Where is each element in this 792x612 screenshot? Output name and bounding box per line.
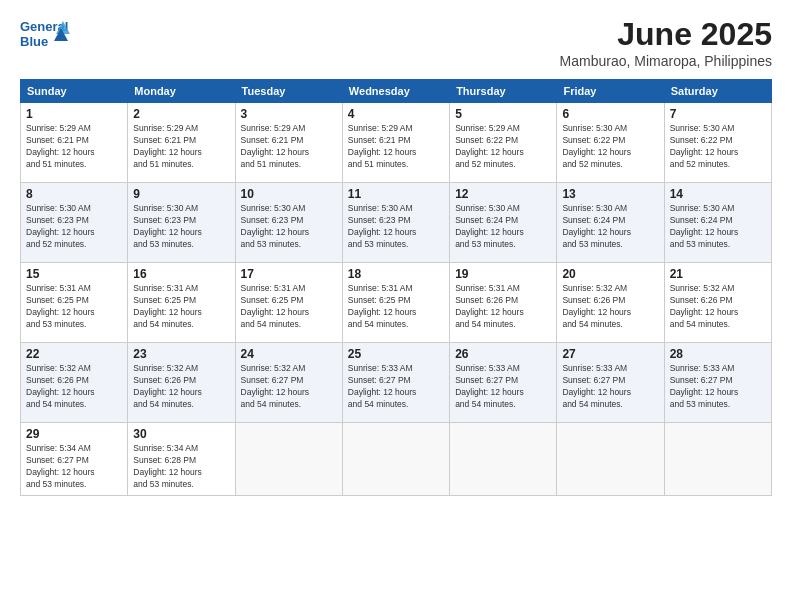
calendar-table: Sunday Monday Tuesday Wednesday Thursday…: [20, 79, 772, 496]
day-info: Sunrise: 5:30 AM Sunset: 6:23 PM Dayligh…: [348, 203, 444, 251]
title-block: June 2025 Mamburao, Mimaropa, Philippine…: [560, 16, 772, 69]
week-row-4: 22Sunrise: 5:32 AM Sunset: 6:26 PM Dayli…: [21, 343, 772, 423]
day-info: Sunrise: 5:31 AM Sunset: 6:25 PM Dayligh…: [26, 283, 122, 331]
day-number: 18: [348, 267, 444, 281]
table-cell: 23Sunrise: 5:32 AM Sunset: 6:26 PM Dayli…: [128, 343, 235, 423]
day-info: Sunrise: 5:30 AM Sunset: 6:22 PM Dayligh…: [562, 123, 658, 171]
page: General Blue June 2025 Mamburao, Mimarop…: [0, 0, 792, 612]
table-cell: 19Sunrise: 5:31 AM Sunset: 6:26 PM Dayli…: [450, 263, 557, 343]
day-number: 19: [455, 267, 551, 281]
table-cell: [450, 423, 557, 496]
table-cell: 2Sunrise: 5:29 AM Sunset: 6:21 PM Daylig…: [128, 103, 235, 183]
table-cell: 25Sunrise: 5:33 AM Sunset: 6:27 PM Dayli…: [342, 343, 449, 423]
table-cell: 7Sunrise: 5:30 AM Sunset: 6:22 PM Daylig…: [664, 103, 771, 183]
day-number: 23: [133, 347, 229, 361]
col-thursday: Thursday: [450, 80, 557, 103]
day-number: 20: [562, 267, 658, 281]
day-number: 30: [133, 427, 229, 441]
header: General Blue June 2025 Mamburao, Mimarop…: [20, 16, 772, 69]
table-cell: 18Sunrise: 5:31 AM Sunset: 6:25 PM Dayli…: [342, 263, 449, 343]
table-cell: 8Sunrise: 5:30 AM Sunset: 6:23 PM Daylig…: [21, 183, 128, 263]
table-cell: 16Sunrise: 5:31 AM Sunset: 6:25 PM Dayli…: [128, 263, 235, 343]
day-info: Sunrise: 5:34 AM Sunset: 6:28 PM Dayligh…: [133, 443, 229, 491]
day-number: 21: [670, 267, 766, 281]
day-number: 26: [455, 347, 551, 361]
week-row-5: 29Sunrise: 5:34 AM Sunset: 6:27 PM Dayli…: [21, 423, 772, 496]
week-row-2: 8Sunrise: 5:30 AM Sunset: 6:23 PM Daylig…: [21, 183, 772, 263]
day-info: Sunrise: 5:30 AM Sunset: 6:23 PM Dayligh…: [241, 203, 337, 251]
week-row-3: 15Sunrise: 5:31 AM Sunset: 6:25 PM Dayli…: [21, 263, 772, 343]
day-info: Sunrise: 5:32 AM Sunset: 6:26 PM Dayligh…: [133, 363, 229, 411]
day-number: 29: [26, 427, 122, 441]
day-info: Sunrise: 5:29 AM Sunset: 6:22 PM Dayligh…: [455, 123, 551, 171]
table-cell: 30Sunrise: 5:34 AM Sunset: 6:28 PM Dayli…: [128, 423, 235, 496]
day-number: 6: [562, 107, 658, 121]
table-cell: 1Sunrise: 5:29 AM Sunset: 6:21 PM Daylig…: [21, 103, 128, 183]
table-cell: 12Sunrise: 5:30 AM Sunset: 6:24 PM Dayli…: [450, 183, 557, 263]
day-info: Sunrise: 5:34 AM Sunset: 6:27 PM Dayligh…: [26, 443, 122, 491]
col-wednesday: Wednesday: [342, 80, 449, 103]
day-info: Sunrise: 5:30 AM Sunset: 6:24 PM Dayligh…: [670, 203, 766, 251]
day-info: Sunrise: 5:30 AM Sunset: 6:24 PM Dayligh…: [562, 203, 658, 251]
day-number: 14: [670, 187, 766, 201]
table-cell: 17Sunrise: 5:31 AM Sunset: 6:25 PM Dayli…: [235, 263, 342, 343]
day-number: 16: [133, 267, 229, 281]
day-info: Sunrise: 5:31 AM Sunset: 6:25 PM Dayligh…: [241, 283, 337, 331]
day-info: Sunrise: 5:32 AM Sunset: 6:26 PM Dayligh…: [670, 283, 766, 331]
col-friday: Friday: [557, 80, 664, 103]
day-info: Sunrise: 5:29 AM Sunset: 6:21 PM Dayligh…: [348, 123, 444, 171]
day-info: Sunrise: 5:33 AM Sunset: 6:27 PM Dayligh…: [455, 363, 551, 411]
table-cell: 28Sunrise: 5:33 AM Sunset: 6:27 PM Dayli…: [664, 343, 771, 423]
col-tuesday: Tuesday: [235, 80, 342, 103]
day-number: 7: [670, 107, 766, 121]
day-number: 8: [26, 187, 122, 201]
day-info: Sunrise: 5:30 AM Sunset: 6:23 PM Dayligh…: [26, 203, 122, 251]
svg-text:Blue: Blue: [20, 34, 48, 49]
week-row-1: 1Sunrise: 5:29 AM Sunset: 6:21 PM Daylig…: [21, 103, 772, 183]
day-number: 28: [670, 347, 766, 361]
day-info: Sunrise: 5:29 AM Sunset: 6:21 PM Dayligh…: [241, 123, 337, 171]
day-number: 17: [241, 267, 337, 281]
col-saturday: Saturday: [664, 80, 771, 103]
day-number: 25: [348, 347, 444, 361]
day-number: 13: [562, 187, 658, 201]
table-cell: 29Sunrise: 5:34 AM Sunset: 6:27 PM Dayli…: [21, 423, 128, 496]
day-info: Sunrise: 5:30 AM Sunset: 6:24 PM Dayligh…: [455, 203, 551, 251]
table-cell: 3Sunrise: 5:29 AM Sunset: 6:21 PM Daylig…: [235, 103, 342, 183]
day-number: 4: [348, 107, 444, 121]
table-cell: 20Sunrise: 5:32 AM Sunset: 6:26 PM Dayli…: [557, 263, 664, 343]
logo-icon: General Blue: [20, 16, 70, 56]
day-number: 2: [133, 107, 229, 121]
table-cell: [342, 423, 449, 496]
table-cell: 21Sunrise: 5:32 AM Sunset: 6:26 PM Dayli…: [664, 263, 771, 343]
table-cell: 4Sunrise: 5:29 AM Sunset: 6:21 PM Daylig…: [342, 103, 449, 183]
table-cell: 14Sunrise: 5:30 AM Sunset: 6:24 PM Dayli…: [664, 183, 771, 263]
day-number: 11: [348, 187, 444, 201]
day-info: Sunrise: 5:31 AM Sunset: 6:25 PM Dayligh…: [348, 283, 444, 331]
table-cell: [664, 423, 771, 496]
day-number: 22: [26, 347, 122, 361]
logo: General Blue: [20, 16, 70, 56]
table-cell: 24Sunrise: 5:32 AM Sunset: 6:27 PM Dayli…: [235, 343, 342, 423]
table-cell: [235, 423, 342, 496]
day-number: 5: [455, 107, 551, 121]
day-info: Sunrise: 5:31 AM Sunset: 6:26 PM Dayligh…: [455, 283, 551, 331]
month-title: June 2025: [560, 16, 772, 53]
day-info: Sunrise: 5:32 AM Sunset: 6:26 PM Dayligh…: [562, 283, 658, 331]
day-info: Sunrise: 5:33 AM Sunset: 6:27 PM Dayligh…: [348, 363, 444, 411]
day-number: 9: [133, 187, 229, 201]
table-cell: 26Sunrise: 5:33 AM Sunset: 6:27 PM Dayli…: [450, 343, 557, 423]
day-number: 3: [241, 107, 337, 121]
day-info: Sunrise: 5:29 AM Sunset: 6:21 PM Dayligh…: [26, 123, 122, 171]
day-number: 1: [26, 107, 122, 121]
table-cell: 13Sunrise: 5:30 AM Sunset: 6:24 PM Dayli…: [557, 183, 664, 263]
day-number: 27: [562, 347, 658, 361]
day-info: Sunrise: 5:29 AM Sunset: 6:21 PM Dayligh…: [133, 123, 229, 171]
table-cell: 5Sunrise: 5:29 AM Sunset: 6:22 PM Daylig…: [450, 103, 557, 183]
col-sunday: Sunday: [21, 80, 128, 103]
table-cell: [557, 423, 664, 496]
day-info: Sunrise: 5:32 AM Sunset: 6:26 PM Dayligh…: [26, 363, 122, 411]
day-number: 15: [26, 267, 122, 281]
col-monday: Monday: [128, 80, 235, 103]
table-cell: 15Sunrise: 5:31 AM Sunset: 6:25 PM Dayli…: [21, 263, 128, 343]
